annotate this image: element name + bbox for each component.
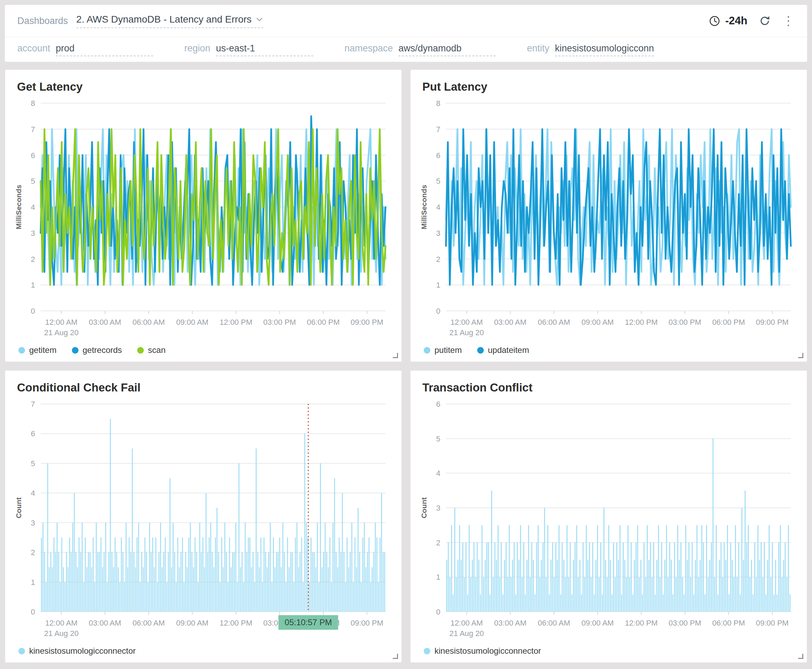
svg-text:12:00 AM: 12:00 AM [45,619,77,627]
svg-text:6: 6 [31,429,35,438]
svg-text:12:00 AM: 12:00 AM [451,619,483,627]
chart-transaction-conflict[interactable]: 012345612:00 AM21 Aug 2003:00 AM06:00 AM… [420,398,798,641]
svg-text:21 Aug 20: 21 Aug 20 [44,328,79,337]
svg-text:8: 8 [436,99,440,108]
chart-conditional-check-fail[interactable]: 0123456712:00 AM21 Aug 2003:00 AM06:00 A… [14,398,392,641]
svg-text:12:00 AM: 12:00 AM [451,318,483,326]
svg-text:7: 7 [31,400,35,408]
kebab-menu-icon: ⋮ [782,15,795,27]
filter-value-namespace[interactable]: aws/dynamodb [398,43,496,56]
panel-transaction-conflict: Transaction Conflict 012345612:00 AM21 A… [410,370,807,663]
legend-item[interactable]: scan [137,345,166,355]
chart-canvas[interactable]: 01234567812:00 AM21 Aug 2003:00 AM06:00 … [420,97,798,339]
legend-swatch [72,347,79,354]
panel-title: Transaction Conflict [422,381,798,394]
svg-text:06:00 PM: 06:00 PM [307,318,340,326]
legend-item[interactable]: getrecords [72,345,122,355]
refresh-button[interactable] [759,15,770,27]
svg-text:06:00 AM: 06:00 AM [538,318,570,326]
legend: getitemgetrecordsscan [14,340,392,358]
refresh-icon [759,15,770,27]
panel-conditional-check-fail: Conditional Check Fail 0123456712:00 AM2… [5,370,402,663]
svg-text:4: 4 [436,203,440,212]
legend-item[interactable]: getitem [18,345,57,355]
svg-text:09:00 AM: 09:00 AM [582,318,614,326]
svg-text:5: 5 [436,177,440,185]
panel-title: Get Latency [17,80,392,93]
svg-text:03:00 AM: 03:00 AM [89,318,121,326]
resize-handle-icon[interactable] [798,353,803,358]
svg-text:5: 5 [31,177,35,185]
filter-value-account[interactable]: prod [56,43,153,56]
dashboard-title-dropdown[interactable]: 2. AWS DynamoDB - Latency and Errors [76,14,264,28]
legend-item[interactable]: kinesistosumologicconnector [18,646,136,656]
legend-label: updateitem [488,345,529,355]
svg-text:8: 8 [31,99,35,108]
svg-text:6: 6 [436,151,440,160]
legend-item[interactable]: kinesistosumologicconnector [424,646,541,656]
chart-get-latency[interactable]: 01234567812:00 AM21 Aug 2003:00 AM06:00 … [14,97,392,340]
svg-text:7: 7 [436,125,440,134]
legend-swatch [424,347,430,354]
svg-text:09:00 AM: 09:00 AM [582,619,614,627]
svg-text:09:00 PM: 09:00 PM [351,619,383,627]
filter-bar: account prod region us-east-1 namespace … [5,37,807,62]
svg-text:12:00 AM: 12:00 AM [45,318,77,326]
chart-canvas[interactable]: 01234567812:00 AM21 Aug 2003:00 AM06:00 … [14,97,392,339]
svg-text:21 Aug 20: 21 Aug 20 [44,629,79,638]
filter-value-region[interactable]: us-east-1 [216,43,313,56]
legend-item[interactable]: putitem [424,345,462,355]
chart-canvas[interactable]: 012345612:00 AM21 Aug 2003:00 AM06:00 AM… [420,398,798,639]
resize-handle-icon[interactable] [393,654,398,659]
filter-value-entity[interactable]: kinesistosumologicconn [555,43,654,56]
panel-title: Put Latency [422,80,798,93]
filter-label: namespace [345,43,393,54]
filter-namespace: namespace aws/dynamodb [345,43,496,56]
filter-label: entity [527,43,550,54]
svg-text:09:00 AM: 09:00 AM [176,318,208,326]
legend-label: kinesistosumologicconnector [434,646,541,656]
panel-grid: Get Latency 01234567812:00 AM21 Aug 2003… [5,69,807,663]
svg-text:09:00 PM: 09:00 PM [756,619,789,627]
svg-text:06:00 AM: 06:00 AM [133,318,165,326]
chart-put-latency[interactable]: 01234567812:00 AM21 Aug 2003:00 AM06:00 … [420,97,798,340]
legend-swatch [18,648,25,654]
legend-swatch [477,347,484,354]
svg-text:3: 3 [31,519,35,527]
svg-text:4: 4 [436,469,440,477]
series-line [446,129,791,285]
svg-text:1: 1 [436,573,440,582]
resize-handle-icon[interactable] [393,353,398,358]
legend-swatch [18,347,25,354]
resize-handle-icon[interactable] [798,654,803,659]
svg-text:4: 4 [31,203,35,212]
svg-text:6: 6 [31,151,35,160]
filter-account: account prod [17,43,153,56]
svg-text:06:00 PM: 06:00 PM [712,619,745,627]
svg-text:06:00 AM: 06:00 AM [538,619,570,627]
svg-text:09:00 PM: 09:00 PM [756,318,789,326]
chart-canvas[interactable]: 0123456712:00 AM21 Aug 2003:00 AM06:00 A… [14,398,392,639]
kebab-menu-button[interactable]: ⋮ [782,15,795,27]
svg-text:7: 7 [31,125,35,134]
svg-text:09:00 PM: 09:00 PM [351,318,383,326]
svg-text:5: 5 [436,435,440,443]
legend-item[interactable]: updateitem [477,345,529,355]
legend-swatch [424,648,430,654]
svg-text:5: 5 [31,459,35,468]
time-range-selector[interactable]: -24h [709,15,747,27]
legend: kinesistosumologicconnector [420,641,798,659]
svg-text:06:00 PM: 06:00 PM [712,318,745,326]
legend-label: scan [148,345,166,355]
svg-text:1: 1 [436,281,440,289]
svg-text:0: 0 [31,307,35,315]
legend-swatch [137,347,144,354]
series-line [40,116,385,285]
y-axis-label: MilliSeconds [15,185,23,229]
clock-icon [709,15,720,27]
breadcrumb[interactable]: Dashboards [17,16,68,27]
svg-text:1: 1 [31,578,35,587]
svg-text:4: 4 [31,489,35,498]
series-bar [41,419,385,612]
svg-text:2: 2 [436,538,440,547]
